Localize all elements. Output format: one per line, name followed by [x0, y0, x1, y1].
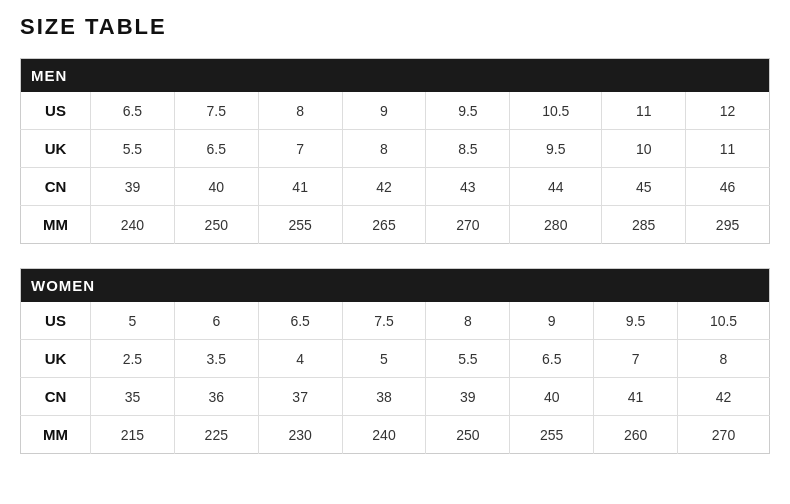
table-cell: 5.5: [91, 130, 175, 168]
table-cell: 6.5: [258, 302, 342, 340]
table-cell: 2.5: [91, 340, 175, 378]
table-cell: 8: [678, 340, 770, 378]
table-cell: 45: [602, 168, 686, 206]
table-cell: 240: [91, 206, 175, 244]
table-cell: 260: [594, 416, 678, 454]
row-label: MM: [21, 416, 91, 454]
row-label: US: [21, 302, 91, 340]
table-cell: 38: [342, 378, 426, 416]
table-cell: 8: [342, 130, 426, 168]
table-cell: 41: [258, 168, 342, 206]
table-cell: 5: [342, 340, 426, 378]
row-label: UK: [21, 340, 91, 378]
table-cell: 6.5: [510, 340, 594, 378]
table-cell: 9.5: [510, 130, 602, 168]
table-cell: 9: [510, 302, 594, 340]
table-cell: 46: [686, 168, 770, 206]
table-cell: 250: [426, 416, 510, 454]
table-row: MM215225230240250255260270: [21, 416, 770, 454]
table-cell: 39: [426, 378, 510, 416]
table-cell: 11: [686, 130, 770, 168]
row-label: MM: [21, 206, 91, 244]
table-cell: 37: [258, 378, 342, 416]
table-row: US566.57.5899.510.5: [21, 302, 770, 340]
row-label: US: [21, 92, 91, 130]
table-cell: 265: [342, 206, 426, 244]
table-cell: 5.5: [426, 340, 510, 378]
table-cell: 12: [686, 92, 770, 130]
table-cell: 225: [174, 416, 258, 454]
table-cell: 8.5: [426, 130, 510, 168]
row-label: CN: [21, 378, 91, 416]
table-cell: 7: [594, 340, 678, 378]
table-cell: 255: [258, 206, 342, 244]
page-title: SIZE TABLE: [20, 10, 770, 40]
table-cell: 11: [602, 92, 686, 130]
row-label: CN: [21, 168, 91, 206]
table-cell: 43: [426, 168, 510, 206]
table-cell: 280: [510, 206, 602, 244]
table-cell: 40: [510, 378, 594, 416]
men-table-wrapper: MEN US6.57.5899.510.51112UK5.56.5788.59.…: [20, 58, 770, 244]
table-cell: 295: [686, 206, 770, 244]
table-cell: 230: [258, 416, 342, 454]
row-label: UK: [21, 130, 91, 168]
table-cell: 7.5: [174, 92, 258, 130]
table-cell: 5: [91, 302, 175, 340]
table-cell: 6.5: [174, 130, 258, 168]
men-table: MEN US6.57.5899.510.51112UK5.56.5788.59.…: [20, 58, 770, 244]
table-cell: 215: [91, 416, 175, 454]
table-cell: 42: [678, 378, 770, 416]
table-cell: 10: [602, 130, 686, 168]
table-row: US6.57.5899.510.51112: [21, 92, 770, 130]
table-cell: 44: [510, 168, 602, 206]
table-row: MM240250255265270280285295: [21, 206, 770, 244]
women-table-wrapper: WOMEN US566.57.5899.510.5UK2.53.5455.56.…: [20, 268, 770, 454]
table-cell: 40: [174, 168, 258, 206]
table-row: UK2.53.5455.56.578: [21, 340, 770, 378]
table-row: UK5.56.5788.59.51011: [21, 130, 770, 168]
table-cell: 4: [258, 340, 342, 378]
table-cell: 36: [174, 378, 258, 416]
table-cell: 9: [342, 92, 426, 130]
table-cell: 250: [174, 206, 258, 244]
table-cell: 240: [342, 416, 426, 454]
table-cell: 7: [258, 130, 342, 168]
table-cell: 6.5: [91, 92, 175, 130]
women-section-header: WOMEN: [21, 269, 770, 303]
table-cell: 8: [258, 92, 342, 130]
table-cell: 270: [678, 416, 770, 454]
table-cell: 255: [510, 416, 594, 454]
table-cell: 10.5: [678, 302, 770, 340]
women-table: WOMEN US566.57.5899.510.5UK2.53.5455.56.…: [20, 268, 770, 454]
table-cell: 9.5: [426, 92, 510, 130]
table-cell: 41: [594, 378, 678, 416]
table-cell: 35: [91, 378, 175, 416]
table-row: CN3940414243444546: [21, 168, 770, 206]
table-cell: 39: [91, 168, 175, 206]
table-cell: 9.5: [594, 302, 678, 340]
table-cell: 270: [426, 206, 510, 244]
table-cell: 3.5: [174, 340, 258, 378]
table-cell: 7.5: [342, 302, 426, 340]
men-section-header: MEN: [21, 59, 770, 93]
table-cell: 285: [602, 206, 686, 244]
table-cell: 10.5: [510, 92, 602, 130]
table-cell: 6: [174, 302, 258, 340]
table-cell: 42: [342, 168, 426, 206]
table-cell: 8: [426, 302, 510, 340]
table-row: CN3536373839404142: [21, 378, 770, 416]
